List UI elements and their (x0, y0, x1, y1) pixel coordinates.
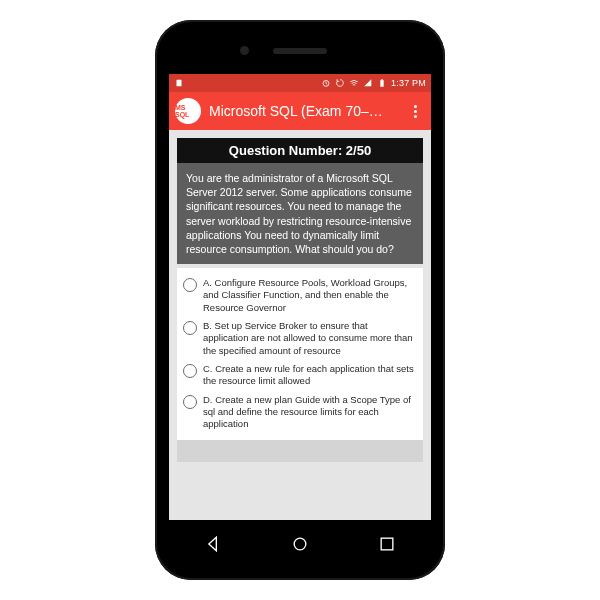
battery-icon (377, 78, 387, 88)
clipboard-icon (174, 78, 184, 88)
svg-rect-2 (380, 80, 383, 87)
alarm-icon (321, 78, 331, 88)
answer-option[interactable]: A. Configure Resource Pools, Workload Gr… (179, 274, 419, 317)
answer-text: D. Create a new plan Guide with a Scope … (203, 394, 415, 431)
sync-icon (335, 78, 345, 88)
front-camera (240, 46, 249, 55)
answer-list: A. Configure Resource Pools, Workload Gr… (177, 268, 423, 440)
svg-rect-5 (381, 538, 393, 550)
nav-bar (169, 526, 431, 562)
overflow-menu-button[interactable] (405, 99, 425, 124)
radio-icon (183, 321, 197, 335)
radio-icon (183, 278, 197, 292)
answer-text: B. Set up Service Broker to ensure that … (203, 320, 415, 357)
home-button[interactable] (290, 534, 310, 554)
bottom-strip (177, 440, 423, 462)
clock-text: 1:37 PM (391, 78, 426, 88)
app-logo: MS SQL (175, 98, 201, 124)
speaker-grille (273, 48, 327, 54)
status-bar: 1:37 PM (169, 74, 431, 92)
answer-option[interactable]: D. Create a new plan Guide with a Scope … (179, 391, 419, 434)
answer-text: A. Configure Resource Pools, Workload Gr… (203, 277, 415, 314)
back-button[interactable] (203, 534, 223, 554)
signal-icon (363, 78, 373, 88)
question-text: You are the administrator of a Microsoft… (177, 163, 423, 264)
screen: 1:37 PM MS SQL Microsoft SQL (Exam 70–… … (169, 74, 431, 520)
answer-option[interactable]: B. Set up Service Broker to ensure that … (179, 317, 419, 360)
radio-icon (183, 364, 197, 378)
answer-text: C. Create a new rule for each applicatio… (203, 363, 415, 388)
answer-option[interactable]: C. Create a new rule for each applicatio… (179, 360, 419, 391)
svg-point-4 (294, 538, 306, 550)
wifi-icon (349, 78, 359, 88)
svg-rect-0 (177, 80, 182, 87)
app-bar: MS SQL Microsoft SQL (Exam 70–… (169, 92, 431, 130)
content-area: Question Number: 2/50 You are the admini… (169, 130, 431, 520)
app-title: Microsoft SQL (Exam 70–… (209, 103, 397, 119)
svg-rect-3 (381, 79, 383, 80)
phone-frame: 1:37 PM MS SQL Microsoft SQL (Exam 70–… … (155, 20, 445, 580)
question-counter: Question Number: 2/50 (177, 138, 423, 163)
recents-button[interactable] (377, 534, 397, 554)
radio-icon (183, 395, 197, 409)
